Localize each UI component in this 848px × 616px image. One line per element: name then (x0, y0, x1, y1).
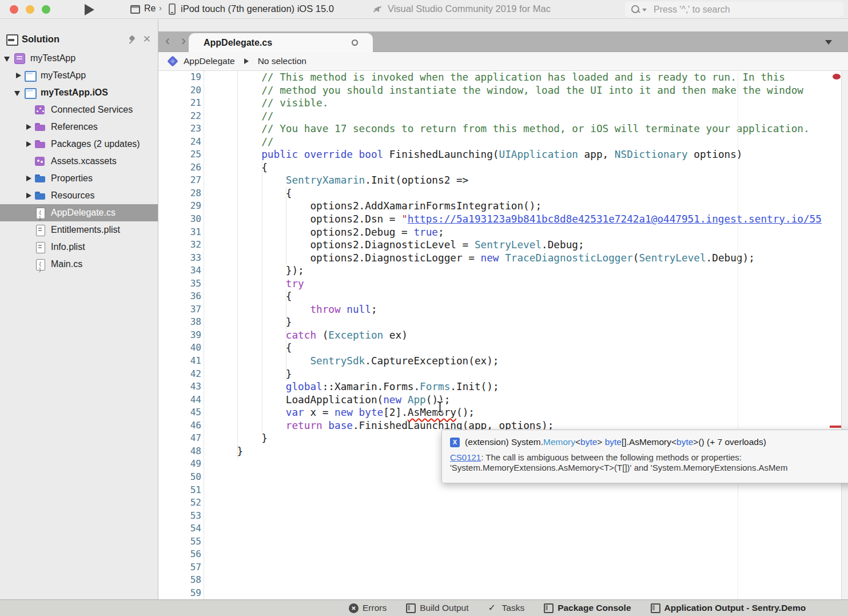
disclosure-down-icon[interactable] (14, 89, 22, 97)
line-number[interactable]: 34 (158, 264, 213, 277)
navigate-forward-button[interactable]: › (181, 33, 186, 49)
sidebar-item-properties[interactable]: Properties (0, 170, 158, 187)
line-number[interactable]: 53 (158, 510, 213, 523)
panel-tasks[interactable]: Tasks (488, 603, 525, 613)
disclosure-right-icon[interactable] (24, 174, 33, 183)
breadcrumb-class[interactable]: AppDelegate (184, 56, 235, 66)
line-content[interactable]: public override bool FinishedLaunching(U… (213, 148, 743, 161)
line-number[interactable]: 37 (158, 303, 213, 316)
line-number[interactable]: 52 (158, 496, 213, 510)
disclosure-right-icon[interactable] (24, 123, 33, 132)
configuration-chevron-icon[interactable]: › (159, 3, 162, 13)
line-number[interactable]: 54 (158, 522, 213, 535)
line-content[interactable]: global::Xamarin.Forms.Forms.Init(); (213, 380, 499, 394)
sidebar-item-mytestapp-ios[interactable]: myTestApp.iOS (0, 84, 158, 101)
line-number[interactable]: 50 (158, 471, 213, 484)
line-content[interactable]: } (213, 432, 268, 445)
line-number[interactable]: 32 (158, 239, 213, 252)
sidebar-item-resources[interactable]: Resources (0, 187, 158, 204)
editor-scrollbar[interactable] (841, 71, 848, 599)
line-content[interactable]: } (213, 316, 292, 329)
line-number[interactable]: 31 (158, 226, 213, 239)
line-content[interactable]: }); (213, 264, 304, 277)
line-content[interactable]: { (213, 341, 292, 355)
line-number[interactable]: 48 (158, 445, 213, 458)
line-content[interactable]: LoadApplication(new App()); (213, 394, 450, 407)
sidebar-item-appdelegate-cs[interactable]: AppDelegate.cs (0, 204, 158, 221)
disclosure-right-icon[interactable] (24, 192, 33, 200)
line-number[interactable]: 30 (158, 213, 213, 226)
breadcrumb-selection[interactable]: No selection (258, 56, 306, 66)
line-number[interactable]: 26 (158, 161, 213, 174)
sidebar-item-main-cs[interactable]: Main.cs (0, 256, 158, 273)
line-content[interactable]: // visible. (213, 97, 328, 110)
line-content[interactable]: // You have 17 seconds to return from th… (213, 122, 810, 136)
line-number[interactable]: 43 (158, 380, 213, 394)
line-number[interactable]: 23 (158, 122, 213, 136)
device-selector[interactable]: iPod touch (7th generation) iOS 15.0 (181, 3, 334, 14)
line-number[interactable]: 55 (158, 535, 213, 549)
panel-errors[interactable]: ✕Errors (349, 603, 387, 613)
sidebar-item-info-plist[interactable]: Info.plist (0, 239, 158, 256)
error-code-link[interactable]: CS0121 (450, 452, 481, 462)
line-content[interactable]: options2.Dsn = "https://5a193123a9b841bc… (213, 213, 822, 226)
configuration-label[interactable]: Re (144, 3, 156, 14)
line-content[interactable]: options2.Debug = true; (213, 226, 444, 239)
configuration-icon[interactable] (130, 5, 140, 14)
line-number[interactable]: 40 (158, 341, 213, 355)
line-content[interactable]: } (213, 445, 243, 458)
run-button[interactable] (85, 4, 94, 15)
sidebar-item-mytestapp[interactable]: myTestApp (0, 50, 158, 67)
sidebar-item-entitlements-plist[interactable]: Entitlements.plist (0, 221, 158, 239)
line-number[interactable]: 21 (158, 97, 213, 110)
sidebar-item-mytestapp[interactable]: myTestApp (0, 67, 158, 84)
line-number[interactable]: 44 (158, 394, 213, 407)
line-content[interactable]: // (213, 136, 274, 149)
device-icon[interactable] (169, 3, 176, 15)
line-number[interactable]: 29 (158, 200, 213, 213)
line-number[interactable]: 49 (158, 458, 213, 471)
line-number[interactable]: 58 (158, 574, 213, 587)
close-icon[interactable]: ✕ (143, 33, 151, 45)
line-number[interactable]: 25 (158, 148, 213, 161)
line-number[interactable]: 22 (158, 110, 213, 123)
line-content[interactable]: } (213, 368, 292, 381)
line-content[interactable]: try (213, 277, 304, 291)
pin-icon[interactable] (128, 35, 137, 44)
sidebar-item-packages-2-updates[interactable]: Packages (2 updates) (0, 136, 158, 153)
line-content[interactable]: { (213, 161, 268, 174)
sidebar-item-connected-services[interactable]: Connected Services (0, 101, 158, 118)
minimize-button[interactable] (26, 5, 34, 14)
line-content[interactable]: { (213, 290, 292, 303)
disclosure-right-icon[interactable] (24, 140, 33, 149)
line-number[interactable]: 45 (158, 406, 213, 419)
line-number[interactable]: 57 (158, 561, 213, 574)
line-content[interactable]: SentryXamarin.Init(options2 => (213, 174, 468, 187)
line-number[interactable]: 41 (158, 355, 213, 368)
line-number[interactable]: 36 (158, 290, 213, 303)
line-number[interactable]: 27 (158, 174, 213, 187)
search-input[interactable]: Press '^,' to search (625, 2, 843, 17)
navigate-back-button[interactable]: ‹ (165, 33, 170, 49)
line-content[interactable]: options2.DiagnosticLogger = new TraceDia… (213, 252, 755, 265)
line-content[interactable]: options2.DiagnosticLevel = SentryLevel.D… (213, 239, 584, 252)
line-content[interactable]: // This method is invoked when the appli… (213, 71, 785, 84)
line-number[interactable]: 24 (158, 136, 213, 149)
line-number[interactable]: 19 (158, 71, 213, 84)
disclosure-down-icon[interactable] (3, 54, 12, 63)
panel-package-console[interactable]: Package Console (544, 603, 631, 613)
line-number[interactable]: 33 (158, 252, 213, 265)
line-number[interactable]: 47 (158, 432, 213, 445)
line-content[interactable]: // (213, 110, 274, 123)
zoom-button[interactable] (42, 5, 50, 14)
line-content[interactable]: { (213, 187, 292, 200)
line-content[interactable]: // method you should instantiate the win… (213, 84, 803, 97)
line-number[interactable]: 59 (158, 587, 213, 599)
disclosure-right-icon[interactable] (14, 71, 22, 80)
line-number[interactable]: 35 (158, 277, 213, 291)
close-button[interactable] (10, 5, 18, 14)
dsn-link[interactable]: https://5a193123a9b841bc8d8e42531e7242a1… (408, 213, 822, 225)
line-number[interactable]: 46 (158, 419, 213, 432)
line-number[interactable]: 28 (158, 187, 213, 200)
line-number[interactable]: 39 (158, 329, 213, 342)
